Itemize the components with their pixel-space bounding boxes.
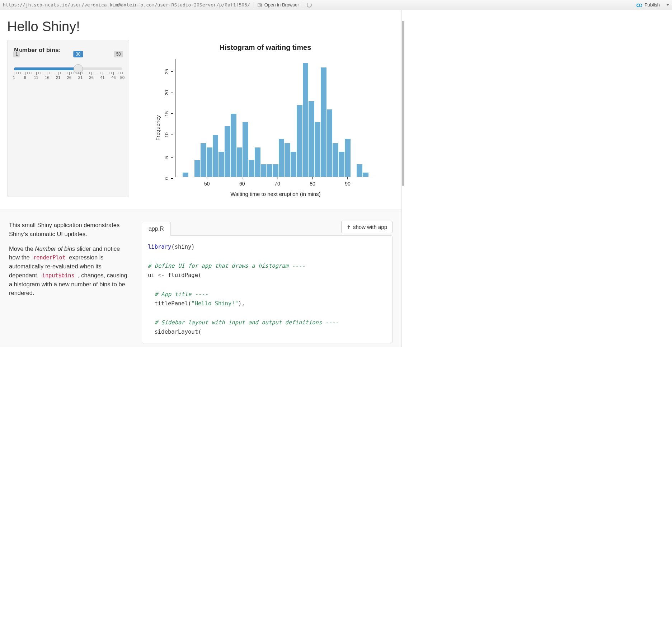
publish-icon	[636, 3, 642, 7]
histogram-bar	[279, 139, 285, 177]
histogram-bar	[327, 109, 333, 177]
histogram-bar	[303, 63, 309, 177]
reload-icon	[307, 3, 312, 8]
code-inputbins: input$bins	[40, 272, 76, 280]
upload-icon	[347, 225, 351, 230]
histogram-bar	[321, 67, 327, 177]
toolbar-divider	[303, 2, 303, 8]
histogram-bar	[333, 143, 339, 177]
code-renderplot: renderPlot	[31, 254, 67, 262]
histogram-bar	[345, 139, 351, 177]
scrollbar[interactable]	[402, 21, 404, 186]
chevron-down-icon	[666, 4, 669, 6]
histogram-bar	[183, 173, 189, 177]
slider-min-label: 1	[13, 51, 20, 57]
histogram-bar	[339, 152, 345, 177]
histogram-bar	[261, 164, 267, 177]
y-axis-label: Frequency	[155, 115, 161, 141]
histogram-bar	[225, 126, 231, 177]
code-panel: app.R show with app library(shiny) # Def…	[142, 221, 393, 343]
description-text: This small Shiny application demonstrate…	[9, 221, 131, 343]
histogram-bar	[255, 147, 261, 177]
url-display: https://jh.scb-ncats.io/user/veronica.ki…	[3, 2, 250, 8]
slider-track[interactable]	[14, 67, 122, 70]
show-with-app-label: show with app	[353, 224, 387, 230]
histogram-bar	[357, 164, 363, 177]
histogram-bar	[213, 135, 219, 177]
slider-ticks: 16111621263136414650	[14, 72, 122, 80]
slider-fill	[14, 67, 78, 70]
description-section: This small Shiny application demonstrate…	[0, 210, 401, 347]
histogram-bar	[237, 147, 243, 177]
histogram-bar	[267, 164, 273, 177]
histogram-bar	[363, 173, 369, 177]
bins-slider[interactable]: 1 50 30 16111621263136414650	[14, 59, 122, 80]
open-in-browser-label: Open in Browser	[264, 2, 299, 8]
histogram-bar	[201, 143, 207, 177]
slider-label: Number of bins:	[14, 47, 122, 54]
histogram-bar	[297, 105, 303, 177]
slider-value-bubble: 30	[73, 51, 83, 57]
histogram-bar	[243, 122, 249, 177]
desc-paragraph-1: This small Shiny application demonstrate…	[9, 221, 131, 239]
slider-max-label: 50	[114, 51, 123, 57]
sidebar-panel: Number of bins: 1 50 30 1611162126313641…	[7, 40, 129, 197]
show-with-app-button[interactable]: show with app	[341, 221, 393, 233]
publish-label: Publish	[644, 2, 660, 8]
x-axis-label: Waiting time to next eruption (in mins)	[175, 191, 376, 197]
popout-icon	[258, 3, 263, 8]
viewer-toolbar: https://jh.scb-ncats.io/user/veronica.ki…	[0, 0, 672, 10]
histogram-bar	[315, 122, 321, 177]
open-in-browser-button[interactable]: Open in Browser	[258, 2, 299, 8]
histogram-bar	[273, 164, 279, 177]
page-title: Hello Shiny!	[0, 10, 401, 40]
x-axis: 5060708090	[175, 177, 376, 184]
histogram-bar	[249, 160, 255, 177]
tab-app-r[interactable]: app.R	[142, 222, 171, 236]
histogram-bar	[285, 143, 291, 177]
histogram-bar	[309, 101, 315, 177]
histogram-bar	[291, 152, 297, 177]
chart-title: Histogram of waiting times	[220, 43, 311, 52]
reload-button[interactable]	[307, 3, 312, 8]
publish-button[interactable]: Publish	[636, 2, 669, 8]
histogram-bar	[231, 114, 237, 177]
main-panel: Histogram of waiting times Frequency 051…	[136, 40, 394, 197]
toolbar-divider	[254, 2, 254, 8]
y-axis: 0510152025	[163, 59, 173, 177]
desc-paragraph-2: Move the Number of bins slider and notic…	[9, 244, 131, 298]
code-body: library(shiny) # Define UI for app that …	[142, 235, 393, 343]
histogram-bar	[207, 147, 213, 177]
histogram-bars	[175, 59, 376, 177]
histogram-bar	[218, 152, 225, 177]
histogram-bar	[194, 160, 201, 177]
